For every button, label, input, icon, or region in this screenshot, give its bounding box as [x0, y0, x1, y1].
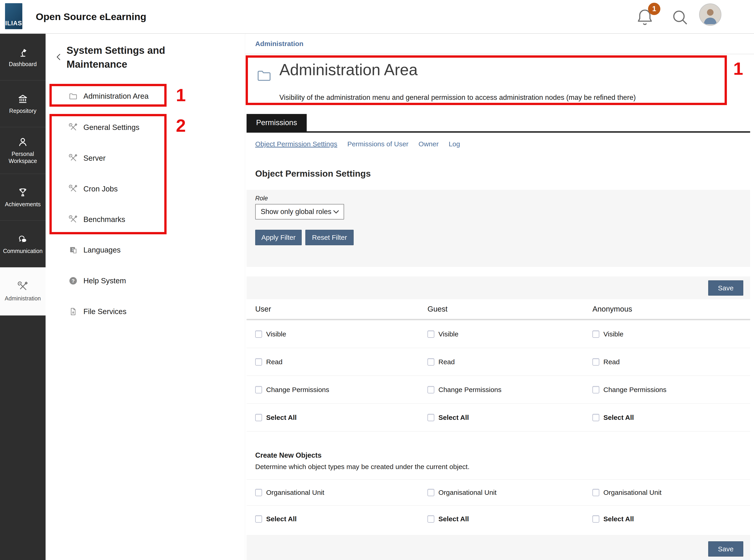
checkbox[interactable]: [427, 414, 434, 421]
checkbox-user-select-all-create[interactable]: Select All: [255, 505, 297, 533]
annotation-number-sidebar-1: 1: [176, 86, 186, 104]
person-icon: [17, 136, 28, 148]
checkbox[interactable]: [255, 331, 262, 338]
checkbox-user-read[interactable]: Read: [255, 348, 283, 376]
checkbox[interactable]: [427, 331, 434, 338]
save-button[interactable]: Save: [708, 541, 743, 557]
sidebar-item-administration-area[interactable]: Administration Area: [68, 88, 148, 104]
checkbox[interactable]: [592, 515, 599, 523]
chevron-left-icon: [54, 52, 64, 62]
checkbox-user-select-all[interactable]: Select All: [255, 404, 297, 431]
checkbox-user-change-permissions[interactable]: Change Permissions: [255, 376, 329, 403]
rail-item-label: Communication: [2, 247, 44, 255]
notifications-button[interactable]: 1: [634, 7, 656, 29]
checkbox[interactable]: [427, 489, 434, 496]
table-row-change-permissions: Change Permissions Change Permissions Ch…: [247, 376, 750, 404]
subnav-object-permission-settings[interactable]: Object Permission Settings: [255, 140, 337, 148]
annotation-number-main-1: 1: [733, 60, 743, 78]
permissions-subnav: Object Permission Settings Permissions o…: [255, 139, 460, 149]
avatar[interactable]: [699, 3, 721, 26]
section-heading: Object Permission Settings: [255, 169, 371, 179]
checkbox[interactable]: [427, 386, 434, 394]
avatar-image: [700, 4, 721, 25]
rail-item-label: Dashboard: [2, 61, 44, 68]
reset-filter-button[interactable]: Reset Filter: [305, 230, 354, 245]
checkbox-label: Change Permissions: [439, 386, 502, 394]
subnav-log[interactable]: Log: [449, 140, 460, 148]
rail-item-repository[interactable]: Repository: [0, 80, 45, 127]
rail-item-administration[interactable]: Administration: [0, 267, 45, 316]
checkbox-guest-select-all[interactable]: Select All: [427, 404, 469, 431]
checkbox-anonymous-select-all-create[interactable]: Select All: [592, 505, 634, 533]
checkbox-guest-organisational-unit[interactable]: Organisational Unit: [427, 480, 496, 505]
sidebar-item-label: Languages: [83, 246, 121, 254]
checkbox[interactable]: [255, 386, 262, 394]
tab-underline: [247, 131, 750, 133]
checkbox-label: Change Permissions: [604, 386, 667, 394]
checkbox-user-organisational-unit[interactable]: Organisational Unit: [255, 480, 324, 505]
checkbox-guest-read[interactable]: Read: [427, 348, 455, 376]
role-select[interactable]: Show only global roles: [255, 204, 344, 219]
subnav-permissions-of-user[interactable]: Permissions of User: [347, 140, 408, 148]
breadcrumb-link-administration[interactable]: Administration: [255, 34, 304, 54]
desk-lamp-icon: [17, 46, 28, 58]
main-nav-rail: Dashboard Repository Personal Workspace …: [0, 34, 45, 560]
sidebar-item-label: Server: [83, 154, 105, 162]
checkbox-label: Change Permissions: [266, 386, 329, 394]
save-button[interactable]: Save: [708, 280, 743, 296]
sidebar-item-benchmarks[interactable]: Benchmarks: [68, 212, 125, 227]
create-new-objects-description: Determine which object types may be crea…: [255, 463, 470, 471]
checkbox-anonymous-change-permissions[interactable]: Change Permissions: [592, 376, 667, 403]
tab-permissions[interactable]: Permissions: [247, 114, 307, 131]
checkbox[interactable]: [592, 386, 599, 394]
question-circle-icon: ?: [68, 276, 78, 285]
table-row-organisational-unit: Organisational Unit Organisational Unit …: [247, 480, 750, 505]
sidebar-item-cron-jobs[interactable]: Cron Jobs: [68, 181, 118, 197]
checkbox[interactable]: [592, 358, 599, 365]
checkbox[interactable]: [592, 489, 599, 496]
rail-item-label: Achievements: [2, 201, 44, 208]
checkbox-anonymous-select-all[interactable]: Select All: [592, 404, 634, 431]
checkbox-label: Organisational Unit: [604, 489, 661, 496]
breadcrumb: Administration: [245, 34, 754, 54]
subnav-owner[interactable]: Owner: [419, 140, 439, 148]
rail-item-personal-workspace[interactable]: Personal Workspace: [0, 127, 45, 174]
checkbox-anonymous-read[interactable]: Read: [592, 348, 620, 376]
folder-icon: [256, 67, 272, 84]
sidebar-item-file-services[interactable]: File Services: [68, 304, 126, 320]
crossed-tools-icon: [17, 281, 28, 292]
ilias-logo[interactable]: ILIAS: [5, 3, 22, 29]
sidebar-item-general-settings[interactable]: General Settings: [68, 119, 140, 135]
checkbox-label: Select All: [604, 515, 634, 523]
checkbox[interactable]: [255, 414, 262, 421]
checkbox-label: Read: [439, 358, 455, 366]
checkbox-user-visible[interactable]: Visible: [255, 320, 286, 348]
collapse-sidebar-button[interactable]: [54, 52, 64, 62]
sidebar-item-help-system[interactable]: ? Help System: [68, 273, 126, 289]
checkbox[interactable]: [592, 331, 599, 338]
main-content: Administration Administration Area Visib…: [245, 34, 754, 560]
search-button[interactable]: [670, 8, 690, 27]
sidebar-item-label: File Services: [83, 307, 126, 316]
checkbox-guest-select-all-create[interactable]: Select All: [427, 505, 469, 533]
checkbox[interactable]: [427, 358, 434, 365]
sidebar-item-label: Administration Area: [83, 92, 148, 101]
sidebar-item-server[interactable]: Server: [68, 150, 105, 166]
checkbox-guest-visible[interactable]: Visible: [427, 320, 458, 348]
rail-item-achievements[interactable]: Achievements: [0, 174, 45, 221]
checkbox[interactable]: [255, 515, 262, 523]
create-new-objects-table: Organisational Unit Organisational Unit …: [247, 479, 750, 533]
sidebar-item-label: Help System: [83, 277, 126, 285]
checkbox[interactable]: [255, 489, 262, 496]
rail-item-communication[interactable]: Communication: [0, 221, 45, 267]
checkbox[interactable]: [255, 358, 262, 365]
rail-item-dashboard[interactable]: Dashboard: [0, 34, 45, 80]
apply-filter-button[interactable]: Apply Filter: [255, 230, 302, 245]
checkbox-anonymous-organisational-unit[interactable]: Organisational Unit: [592, 480, 661, 505]
checkbox[interactable]: [427, 515, 434, 523]
sidebar-item-languages[interactable]: 1 Languages: [68, 242, 121, 258]
checkbox[interactable]: [592, 414, 599, 421]
speech-bubbles-icon: [17, 234, 28, 245]
checkbox-guest-change-permissions[interactable]: Change Permissions: [427, 376, 502, 403]
checkbox-anonymous-visible[interactable]: Visible: [592, 320, 624, 348]
